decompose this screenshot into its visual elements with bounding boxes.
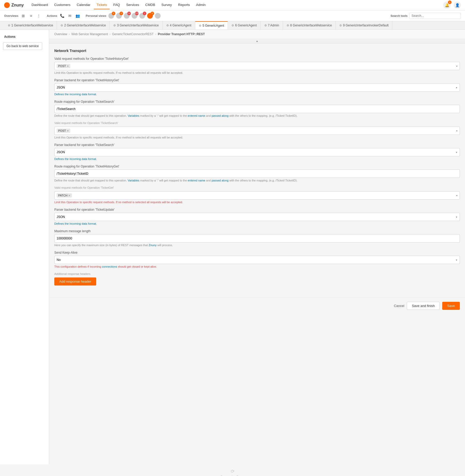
field-parser-ticket-search: Parser backend for operation 'TicketSear… <box>54 143 460 160</box>
label-parser-search: Parser backend for operation 'TicketSear… <box>54 143 460 147</box>
nav-customers[interactable]: Customers <box>52 1 73 9</box>
cancel-link[interactable]: Cancel <box>394 304 404 308</box>
save-and-finish-button[interactable]: Save and finish <box>407 302 440 310</box>
go-back-button[interactable]: Go back to web service <box>3 42 42 50</box>
help-valid-methods-get: Limit this Operation to specific request… <box>54 201 460 204</box>
nav-admin[interactable]: Admin <box>193 1 208 9</box>
defines-link-1[interactable]: Defines the incoming data format. <box>54 93 97 96</box>
personal-view-4[interactable]: 165 <box>132 13 137 19</box>
connections-link[interactable]: connections <box>102 265 117 268</box>
ws-tab-1-label: 1 GenericInterfaceWebservice <box>11 24 53 27</box>
phone-icon[interactable]: 📞 <box>59 13 65 19</box>
more-icon[interactable]: ⋮ <box>36 13 42 19</box>
personal-view-7[interactable] <box>155 13 161 19</box>
personal-view-5[interactable]: 1 <box>139 13 145 19</box>
nav-calendar[interactable]: Calendar <box>74 1 93 9</box>
tag-label-search: POST <box>58 129 66 132</box>
add-response-header-button[interactable]: Add response header <box>54 277 96 285</box>
ws-tab-6[interactable]: ⚙ 6 GenericAgent <box>228 21 260 30</box>
ws-tab-1[interactable]: ⚙ 1 GenericInterfaceWebservice <box>4 21 57 30</box>
personal-view-2[interactable]: 8 <box>116 13 122 19</box>
gear-icon-6: ⚙ <box>231 24 234 27</box>
nav-reports[interactable]: Reports <box>176 1 193 9</box>
field-parser-ticket-update: Parser backend for operation 'TicketUpda… <box>54 208 460 225</box>
field-send-keep-alive: Send Keep-Alive No Yes This configuratio… <box>54 251 460 268</box>
select-parser-history[interactable]: JSON <box>54 83 460 92</box>
defines-link-2[interactable]: Defines the incoming data format. <box>54 157 97 160</box>
ws-tab-2-label: 2 GenericInterfaceWebservice <box>64 24 106 27</box>
nav-tickets[interactable]: Tickets <box>94 1 110 9</box>
save-button[interactable]: Save <box>442 302 460 310</box>
help-route-ticket-history: Define the route that should get mapped … <box>54 179 460 182</box>
input-route-ticket-history[interactable] <box>54 170 460 178</box>
sidebar-section-title: Actions <box>0 34 49 41</box>
actions-group: Actions 📞 ✉ 👥 <box>47 13 80 19</box>
breadcrumb-connector[interactable]: GenericTicketConnectorREST <box>112 32 154 36</box>
select-wrapper-parser-search: JSON <box>54 148 460 156</box>
personal-views-group: Personal views 6 8 24 165 1 8 <box>86 13 161 19</box>
ws-tab-7[interactable]: ⚙ 7 Admin <box>261 21 283 30</box>
passed-link-1[interactable]: passed along <box>212 114 228 117</box>
footer-logo-icon: ⟳ <box>4 468 461 474</box>
entered-link-2[interactable]: entered name <box>188 179 205 182</box>
breadcrumb-overview[interactable]: Overview <box>54 32 67 36</box>
tag-select-ticket-get[interactable]: PATCH ✕ ▾ <box>54 191 460 200</box>
footer: ⟳ Powered by Znuny <box>0 464 465 476</box>
znuny-link[interactable]: Znuny <box>149 244 157 247</box>
input-route-ticket-search[interactable] <box>54 105 460 113</box>
field-parser-ticket-history: Parser backend for operation 'TicketHist… <box>54 78 460 96</box>
user-avatar[interactable]: 👤 <box>454 2 461 9</box>
ws-tab-9[interactable]: ⚙ 9 GenericInterfaceInvokerDefault <box>336 21 392 30</box>
top-navigation: Znuny Dashboard Customers Calendar Ticke… <box>0 0 465 10</box>
tag-remove-icon-search[interactable]: ✕ <box>67 129 69 132</box>
nav-survey[interactable]: Survey <box>159 1 174 9</box>
dropdown-arrow-search-icon[interactable]: ▾ <box>456 129 458 132</box>
ws-tab-3[interactable]: ⚙ 3 GenericInterfaceWebservice <box>110 21 162 30</box>
select-parser-search[interactable]: JSON <box>54 148 460 156</box>
grid-icon[interactable]: ⊞ <box>20 13 26 19</box>
ws-tab-6-label: 6 GenericAgent <box>235 24 257 27</box>
entered-link-1[interactable]: entered name <box>188 114 205 117</box>
ws-tab-5[interactable]: ⚙ 5 GenericAgent <box>195 21 228 30</box>
ws-tab-2[interactable]: ⚙ 2 GenericInterfaceWebservice <box>57 21 110 30</box>
people-icon[interactable]: 👥 <box>75 13 80 19</box>
notification-bell[interactable]: 🔔 1 <box>443 2 451 9</box>
select-parser-update[interactable]: JSON <box>54 213 460 221</box>
dropdown-arrow-get-icon[interactable]: ▾ <box>456 194 458 197</box>
personal-view-6[interactable]: 8 <box>147 13 153 19</box>
select-keep-alive[interactable]: No Yes <box>54 256 460 264</box>
gear-icon-1: ⚙ <box>8 24 10 27</box>
tag-remove-icon-get[interactable]: ✕ <box>68 194 70 197</box>
dropdown-arrow-icon[interactable]: ▾ <box>456 65 458 68</box>
nav-cmdb[interactable]: CMDB <box>143 1 158 9</box>
ws-tab-8[interactable]: ⚙ 8 GenericInterfaceWebservice <box>283 21 336 30</box>
tag-remove-icon[interactable]: ✕ <box>67 65 69 68</box>
input-max-message-length[interactable] <box>54 234 460 243</box>
breadcrumb-ws-management[interactable]: Web Service Management <box>71 32 108 36</box>
breadcrumb-current: Provider Transport HTTP::REST <box>158 32 205 36</box>
nav-faq[interactable]: FAQ <box>111 1 123 9</box>
variables-link-1[interactable]: Variables <box>128 114 139 117</box>
defines-link-3[interactable]: Defines the incoming data format. <box>54 222 97 225</box>
collapse-toggle[interactable]: ▲ <box>49 39 465 43</box>
nav-dashboard[interactable]: Dashboard <box>29 1 51 9</box>
tag-post-search[interactable]: POST ✕ <box>57 129 70 133</box>
nav-right: 🔔 1 👤 <box>443 2 461 9</box>
tag-post-history[interactable]: POST ✕ <box>57 64 70 68</box>
personal-views-label: Personal views <box>86 14 106 17</box>
ws-tab-4[interactable]: ⚙ 4 GenericAgent <box>163 21 195 30</box>
help-parser-search: Defines the incoming data format. <box>54 157 460 160</box>
personal-view-3[interactable]: 24 <box>124 13 130 19</box>
passed-link-2[interactable]: passed along <box>212 179 228 182</box>
tag-select-ticket-search[interactable]: POST ✕ ▾ <box>54 127 460 135</box>
variables-link-2[interactable]: Variables <box>128 179 139 182</box>
list-icon[interactable]: ≡ <box>28 13 34 19</box>
tag-select-valid-methods-ticket-history[interactable]: POST ✕ ▾ <box>54 62 460 70</box>
search-input[interactable] <box>409 13 461 19</box>
tag-patch-get[interactable]: PATCH ✕ <box>57 193 72 197</box>
form-area: Network Transport Valid request methods … <box>49 43 465 295</box>
nav-links: Dashboard Customers Calendar Tickets FAQ… <box>29 1 443 9</box>
email-icon[interactable]: ✉ <box>67 13 73 19</box>
nav-services[interactable]: Services <box>124 1 142 9</box>
personal-view-1[interactable]: 6 <box>108 13 114 19</box>
